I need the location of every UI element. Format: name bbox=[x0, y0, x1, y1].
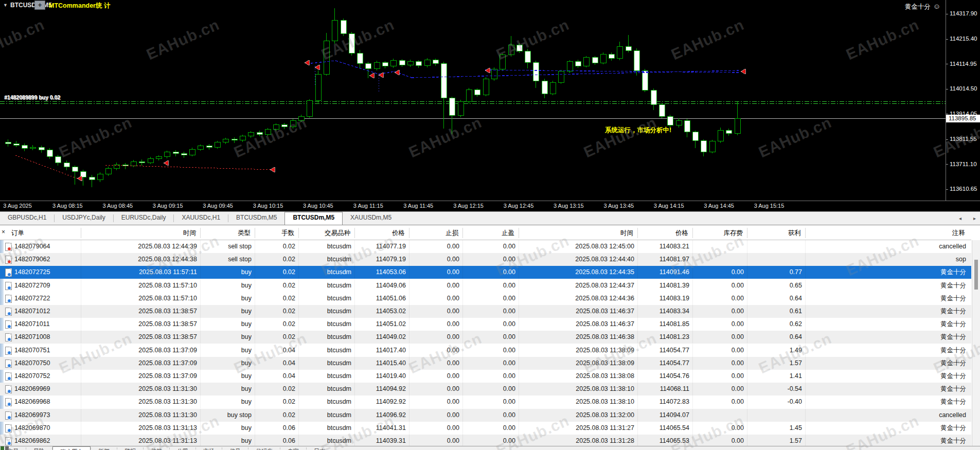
terminal-tab-10[interactable]: 专家 bbox=[280, 446, 306, 450]
chart-tab-xauusdm-m5-6[interactable]: XAUUSDm,M5 bbox=[343, 212, 399, 225]
cell-close_time: 2025.08.03 11:38:09 bbox=[576, 344, 634, 357]
table-row[interactable]: 14820710122025.08.03 11:38:57buy0.02btcu… bbox=[0, 305, 971, 318]
column-separator bbox=[519, 331, 519, 344]
cell-swap: 0.00 bbox=[732, 435, 744, 446]
col-header-price[interactable]: 价格 bbox=[392, 229, 405, 238]
col-header-symbol[interactable]: 交易品种 bbox=[325, 229, 350, 238]
terminal-tab-3[interactable]: 新闻 bbox=[91, 446, 117, 450]
table-row[interactable]: 14820707502025.08.03 11:37:09buy0.04btcu… bbox=[0, 357, 971, 370]
terminal-tab-2[interactable]: 账户历史 bbox=[52, 446, 91, 450]
chart-tab-gbpusdc-h1-0[interactable]: GBPUSDc,H1 bbox=[0, 212, 54, 225]
column-separator bbox=[354, 305, 355, 318]
order-icon bbox=[5, 398, 12, 406]
cell-profit: 1.57 bbox=[790, 357, 802, 370]
column-separator[interactable] bbox=[462, 228, 463, 238]
order-icon bbox=[5, 308, 12, 316]
table-row[interactable]: 14820727092025.08.03 11:57:10buy0.02btcu… bbox=[0, 279, 971, 292]
chart-tab-btcusdm-m5-5[interactable]: BTCUSDm,M5 bbox=[284, 212, 343, 225]
tab-scroll-left-icon[interactable]: ◂ bbox=[959, 215, 961, 221]
cell-profit: 1.57 bbox=[790, 435, 802, 446]
column-separator[interactable] bbox=[81, 228, 81, 238]
column-separator[interactable] bbox=[409, 228, 409, 238]
table-row[interactable]: 14820710112025.08.03 11:38:57buy0.02btcu… bbox=[0, 318, 971, 331]
col-header-close_price[interactable]: 价格 bbox=[675, 229, 688, 238]
crosshair-plus-icon[interactable]: + bbox=[34, 1, 45, 10]
candlestick-chart[interactable] bbox=[0, 0, 946, 201]
col-header-tp[interactable]: 止盈 bbox=[502, 229, 514, 238]
trade-arrow-icon bbox=[305, 60, 309, 65]
sort-indicator-icon[interactable]: ▽ bbox=[193, 230, 197, 235]
terminal-tab-4[interactable]: 警报 bbox=[117, 446, 143, 450]
table-row[interactable]: 14820698622025.08.03 11:31:13buy0.06btcu… bbox=[0, 435, 971, 446]
col-header-comment[interactable]: 注释 bbox=[952, 229, 965, 238]
ea-status-text: 系统运行，市场分析中! bbox=[605, 126, 671, 135]
cell-close_price: 114068.11 bbox=[660, 383, 689, 395]
terminal-tab-9[interactable]: 代码库 bbox=[248, 446, 280, 450]
column-separator bbox=[298, 318, 299, 331]
column-separator[interactable] bbox=[805, 228, 806, 238]
chart-region[interactable]: ▼ BTCUSDm,M5 + MTCommander统 计 黄金十分☺ #148… bbox=[0, 0, 980, 212]
column-separator[interactable] bbox=[747, 228, 747, 238]
tab-scroll-right-icon[interactable]: ▸ bbox=[973, 215, 976, 221]
cell-tp: 0.00 bbox=[503, 409, 515, 422]
table-row[interactable]: 14820790642025.08.03 12:44:39sell stop0.… bbox=[0, 240, 971, 253]
column-separator bbox=[747, 253, 747, 266]
table-row[interactable]: 14820698702025.08.03 11:31:13buy0.06btcu… bbox=[0, 422, 971, 435]
column-separator[interactable] bbox=[637, 228, 638, 238]
vertical-scrollbar[interactable] bbox=[972, 240, 980, 446]
column-separator bbox=[462, 292, 463, 305]
scrollbar-thumb[interactable] bbox=[974, 260, 978, 290]
table-row[interactable]: 14820727252025.08.03 11:57:11buy0.02btcu… bbox=[0, 266, 971, 279]
column-separator bbox=[805, 305, 806, 318]
column-separator[interactable] bbox=[255, 228, 255, 238]
table-row[interactable]: 14820790622025.08.03 12:44:38sell stop0.… bbox=[0, 253, 971, 266]
order-icon bbox=[5, 437, 12, 445]
column-separator bbox=[747, 292, 747, 305]
column-separator bbox=[519, 305, 519, 318]
chart-dropdown-icon[interactable]: ▼ bbox=[3, 3, 8, 8]
table-row[interactable]: 14820707512025.08.03 11:37:09buy0.04btcu… bbox=[0, 344, 971, 357]
terminal-tab-6[interactable]: 公司 bbox=[170, 446, 195, 450]
column-separator bbox=[692, 435, 693, 446]
column-separator bbox=[747, 357, 747, 370]
col-header-order[interactable]: 订单 bbox=[11, 229, 24, 238]
column-separator[interactable] bbox=[354, 228, 355, 238]
column-separator[interactable] bbox=[200, 228, 201, 238]
column-separator bbox=[409, 435, 409, 446]
cell-symbol: btcusdm bbox=[327, 357, 351, 370]
column-separator[interactable] bbox=[519, 228, 519, 238]
column-separator bbox=[81, 292, 81, 305]
table-row[interactable]: 14820699682025.08.03 11:31:30buy0.02btcu… bbox=[0, 395, 971, 408]
cell-close_price: 114083.21 bbox=[660, 240, 689, 253]
terminal-tab-1[interactable]: 风险 bbox=[26, 446, 52, 450]
chart-tab-xauusdc-h1-3[interactable]: XAUUSDc,H1 bbox=[174, 212, 228, 225]
terminal-tab-8[interactable]: 信号 bbox=[222, 446, 248, 450]
chart-tab-eurusdc-daily-2[interactable]: EURUSDc,Daily bbox=[114, 212, 174, 225]
terminal-tab-11[interactable]: 日志 bbox=[307, 446, 332, 450]
terminal-tab-5[interactable]: 信箱 bbox=[144, 446, 169, 450]
table-row[interactable]: 14820707522025.08.03 11:37:09buy0.04btcu… bbox=[0, 370, 971, 383]
col-header-sl[interactable]: 止损 bbox=[446, 229, 458, 238]
column-separator[interactable] bbox=[298, 228, 299, 238]
chart-tab-btcusdm-m5-4[interactable]: BTCUSDm,M5 bbox=[228, 212, 284, 225]
table-row[interactable]: 14820699692025.08.03 11:31:30buy0.02btcu… bbox=[0, 383, 971, 395]
col-header-profit[interactable]: 获利 bbox=[788, 229, 801, 238]
column-separator bbox=[519, 344, 519, 357]
column-separator[interactable] bbox=[692, 228, 693, 238]
table-row[interactable]: 14820727222025.08.03 11:57:10buy0.02btcu… bbox=[0, 292, 971, 305]
cell-order: 1482071008 bbox=[14, 331, 50, 344]
cell-profit: 0.62 bbox=[790, 318, 802, 331]
close-panel-button[interactable]: × bbox=[2, 228, 5, 236]
col-header-swap[interactable]: 库存费 bbox=[724, 229, 743, 238]
order-icon bbox=[5, 411, 12, 420]
column-separator bbox=[519, 266, 519, 279]
col-header-type[interactable]: 类型 bbox=[238, 229, 251, 238]
chart-tab-usdjpyc-daily-1[interactable]: USDJPYc,Daily bbox=[55, 212, 113, 225]
cell-close_time: 2025.08.03 12:44:36 bbox=[575, 292, 634, 305]
col-header-lots[interactable]: 手数 bbox=[281, 229, 294, 238]
table-row[interactable]: 14820699732025.08.03 11:31:30buy stop0.0… bbox=[0, 409, 971, 422]
cell-lots: 0.02 bbox=[283, 292, 295, 305]
col-header-close_time[interactable]: 时间 bbox=[620, 229, 633, 238]
terminal-tab-7[interactable]: 市场 bbox=[196, 446, 222, 450]
table-row[interactable]: 14820710082025.08.03 11:38:57buy0.02btcu… bbox=[0, 331, 971, 344]
